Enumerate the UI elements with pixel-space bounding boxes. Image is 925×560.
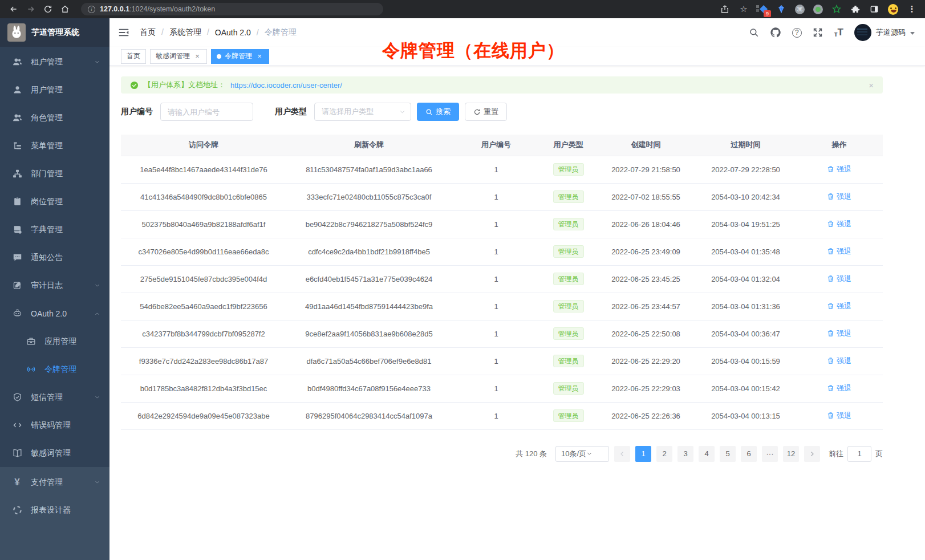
sidebar-item[interactable]: 用户管理 xyxy=(0,76,109,104)
user-type-cell: 管理员 xyxy=(541,347,596,375)
sidebar-item[interactable]: 错误码管理 xyxy=(0,411,109,439)
reload-button[interactable] xyxy=(42,3,54,15)
sidebar-item[interactable]: 应用管理 xyxy=(0,327,109,355)
search-button[interactable]: 搜索 xyxy=(417,103,459,121)
chevron-down-icon xyxy=(586,451,593,457)
sidebar-item[interactable]: ¥ 支付管理 xyxy=(0,468,109,496)
breadcrumb-item[interactable]: 首页 xyxy=(140,27,169,38)
force-logout-button[interactable]: 强退 xyxy=(827,411,851,421)
browser-menu-icon[interactable] xyxy=(907,4,917,14)
force-logout-button[interactable]: 强退 xyxy=(827,328,851,339)
close-icon[interactable] xyxy=(193,52,201,60)
force-logout-button[interactable]: 强退 xyxy=(827,219,851,229)
recorder-extension-icon[interactable] xyxy=(813,5,823,14)
font-size-icon[interactable] xyxy=(834,27,843,38)
view-tab[interactable]: 敏感词管理 xyxy=(150,49,207,64)
help-icon[interactable] xyxy=(792,28,802,38)
app-logo[interactable]: 芋道管理系统 xyxy=(0,18,109,47)
force-logout-button[interactable]: 强退 xyxy=(827,246,851,257)
force-logout-button[interactable]: 强退 xyxy=(827,192,851,202)
col-refresh-token: 刷新令牌 xyxy=(286,135,452,156)
next-page-button[interactable] xyxy=(804,446,820,462)
success-icon xyxy=(130,81,139,90)
page-button[interactable]: 5 xyxy=(720,446,736,462)
sidebar-item[interactable]: 角色管理 xyxy=(0,104,109,132)
page-button[interactable]: 1 xyxy=(635,446,651,462)
alert-close-icon[interactable] xyxy=(869,80,874,90)
sms-icon xyxy=(12,392,22,403)
view-tab-label: 令牌管理 xyxy=(225,51,252,61)
side-panel-icon[interactable] xyxy=(869,4,879,14)
profile-avatar-icon[interactable] xyxy=(888,4,898,14)
reset-button[interactable]: 重置 xyxy=(465,103,507,121)
page-size-select[interactable]: 10条/页 xyxy=(555,446,609,462)
browser-toolbar: i 127.0.0.1:1024/system/oauth2/token 9 xyxy=(0,0,925,18)
page-button[interactable]: 6 xyxy=(741,446,757,462)
sidebar-item[interactable]: 敏感词管理 xyxy=(0,439,109,467)
bookmark-star-icon[interactable] xyxy=(739,4,749,14)
user-type-select[interactable]: 请选择用户类型 xyxy=(314,103,411,121)
red-annotation-text: 令牌管理（在线用户） xyxy=(382,39,565,63)
command-extension-icon[interactable] xyxy=(795,5,805,14)
page-button[interactable]: 2 xyxy=(656,446,672,462)
table-row: f9336e7c7dd242a283ee98dc86b17a87 dfa6c71… xyxy=(121,347,883,375)
sidebar-item[interactable]: 审计日志 xyxy=(0,271,109,299)
breadcrumb-item[interactable]: 系统管理 xyxy=(169,27,215,38)
sidebar-item[interactable]: OAuth 2.0 xyxy=(0,299,109,327)
col-user-type: 用户类型 xyxy=(541,135,596,156)
chevron-down-icon xyxy=(94,393,100,402)
sidebar-item[interactable]: 通知公告 xyxy=(0,244,109,271)
created-cell: 2022-06-26 18:04:46 xyxy=(596,210,696,238)
fullscreen-icon[interactable] xyxy=(813,27,823,38)
force-logout-button[interactable]: 强退 xyxy=(827,356,851,366)
action-cell: 强退 xyxy=(796,156,883,183)
created-cell: 2022-06-25 22:26:36 xyxy=(596,402,696,429)
share-icon[interactable] xyxy=(720,4,730,14)
page-button[interactable]: 12 xyxy=(783,446,799,462)
home-button[interactable] xyxy=(59,3,71,15)
collapse-sidebar-icon[interactable] xyxy=(117,26,130,39)
goto-page-input[interactable] xyxy=(847,446,871,462)
goto-suffix: 页 xyxy=(875,449,883,459)
force-logout-button[interactable]: 强退 xyxy=(827,301,851,311)
sidebar-item[interactable]: 短信管理 xyxy=(0,383,109,411)
doc-link[interactable]: https://doc.iocoder.cn/user-center/ xyxy=(230,81,342,90)
force-logout-button[interactable]: 强退 xyxy=(827,383,851,393)
user-menu[interactable]: 芋道源码 xyxy=(854,24,915,41)
prev-page-button[interactable] xyxy=(614,446,630,462)
page-button[interactable]: 3 xyxy=(677,446,693,462)
github-icon[interactable] xyxy=(770,27,781,38)
sidebar-item-label: OAuth 2.0 xyxy=(31,309,67,318)
breadcrumb-item[interactable]: 令牌管理 xyxy=(265,27,297,38)
force-logout-button[interactable]: 强退 xyxy=(827,274,851,284)
force-logout-button[interactable]: 强退 xyxy=(827,164,851,175)
back-button[interactable] xyxy=(8,3,19,15)
sidebar-item[interactable]: 部门管理 xyxy=(0,160,109,188)
view-tab[interactable]: 首页 xyxy=(121,49,146,64)
sidebar-item[interactable]: 菜单管理 xyxy=(0,132,109,160)
page-button[interactable]: ··· xyxy=(762,446,778,462)
sidebar-item[interactable]: 字典管理 xyxy=(0,216,109,244)
gem-extension-icon[interactable] xyxy=(776,4,786,14)
page-button[interactable]: 4 xyxy=(699,446,715,462)
sidebar-item[interactable]: 岗位管理 xyxy=(0,188,109,216)
green-star-extension-icon[interactable] xyxy=(831,4,842,14)
search-icon[interactable] xyxy=(749,27,760,38)
extensions-puzzle-icon[interactable] xyxy=(850,4,861,14)
created-cell: 2022-07-02 18:55:55 xyxy=(596,183,696,210)
view-tab[interactable]: 令牌管理 xyxy=(211,49,269,64)
address-bar[interactable]: i 127.0.0.1:1024/system/oauth2/token xyxy=(81,3,383,15)
forward-button[interactable] xyxy=(25,3,36,15)
user-type-cell: 管理员 xyxy=(541,183,596,210)
sidebar-item[interactable]: 租户管理 xyxy=(0,48,109,76)
delete-icon xyxy=(827,357,834,364)
user-id-input[interactable] xyxy=(160,103,253,121)
breadcrumb-item[interactable]: OAuth 2.0 xyxy=(215,28,265,37)
url-text: 127.0.0.1:1024/system/oauth2/token xyxy=(100,5,215,13)
site-info-icon[interactable]: i xyxy=(88,6,95,13)
table-row: 6d842e2924594de9a09e45e087323abe 8796295… xyxy=(121,402,883,429)
sidebar-item[interactable]: 报表设计器 xyxy=(0,496,109,524)
sidebar-item[interactable]: 令牌管理 xyxy=(0,355,109,383)
extension-diamond-icon[interactable]: 9 xyxy=(757,4,768,14)
close-icon[interactable] xyxy=(255,52,263,60)
